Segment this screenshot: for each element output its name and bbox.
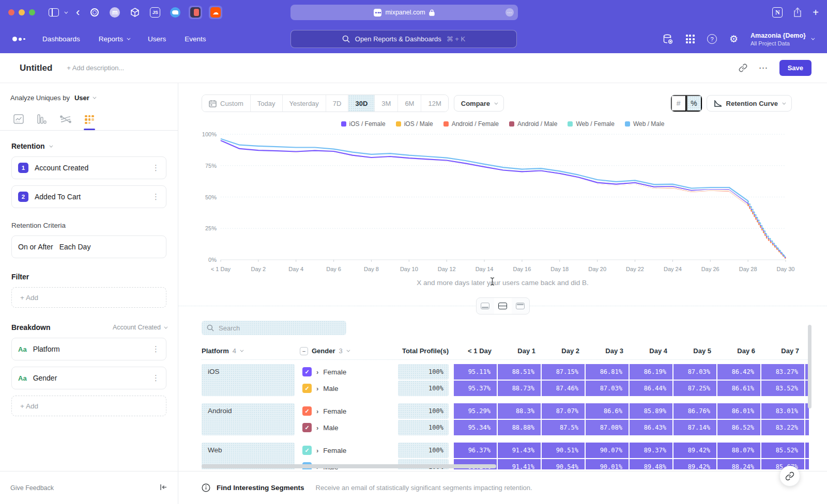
retention-value-cell[interactable]: 90.01% [586, 459, 629, 469]
day-column-header[interactable]: Day 7 [761, 347, 805, 355]
close-window-button[interactable] [8, 9, 14, 15]
legend-item[interactable]: Android / Female [443, 120, 499, 128]
gender-checkbox[interactable]: ✓ [302, 423, 312, 432]
retention-value-cell[interactable]: 86.6% [586, 403, 629, 419]
retention-value-cell[interactable]: 87.07% [542, 403, 585, 419]
save-button[interactable]: Save [779, 60, 811, 76]
target-app-icon[interactable] [88, 6, 101, 19]
tab-retention[interactable] [85, 115, 94, 131]
more-options-icon[interactable]: ⋯ [759, 62, 768, 73]
retention-value-cell[interactable]: 87.03% [586, 381, 629, 396]
retention-step-2[interactable]: 2 Added To Cart ⋮ [11, 185, 166, 208]
kebab-menu-icon[interactable]: ⋮ [152, 373, 160, 383]
retention-value-cell[interactable]: 95.29% [454, 403, 497, 419]
settings-gear-icon[interactable]: ⚙ [729, 34, 738, 44]
gender-checkbox[interactable]: ✓ [302, 367, 312, 376]
retention-value-cell[interactable]: 83.01% [761, 403, 804, 419]
legend-item[interactable]: Web / Female [568, 120, 614, 128]
range-yesterday[interactable]: Yesterday [283, 95, 326, 112]
day-column-header[interactable]: Day 5 [673, 347, 717, 355]
range-today[interactable]: Today [251, 95, 283, 112]
retention-value-cell[interactable]: 87.15% [542, 364, 585, 380]
camera-app-icon[interactable] [189, 6, 202, 19]
collapse-sidebar-icon[interactable] [159, 484, 167, 492]
retention-value-cell[interactable]: 88.51% [498, 364, 541, 380]
retention-step-1[interactable]: 1 Account Created ⋮ [11, 156, 166, 179]
address-bar[interactable]: mixpanel.com ⋯ [290, 5, 518, 20]
range-3m[interactable]: 3M [375, 95, 398, 112]
analyze-value[interactable]: User [74, 94, 89, 102]
data-management-icon[interactable] [662, 34, 673, 45]
breakdown-gender[interactable]: Aa Gender ⋮ [11, 367, 166, 389]
help-icon[interactable]: ? [707, 34, 717, 44]
legend-item[interactable]: Android / Male [509, 120, 557, 128]
retention-value-cell[interactable]: 95.11% [454, 364, 497, 380]
expand-chevron-icon[interactable]: › [316, 407, 318, 415]
share-link-fab[interactable] [779, 466, 800, 486]
retention-value-cell[interactable]: 86.19% [630, 364, 672, 380]
retention-value-cell[interactable]: 86.43% [630, 420, 672, 435]
range-custom[interactable]: Custom [202, 95, 251, 112]
retention-value-cell[interactable]: 88.07% [717, 443, 760, 458]
project-switcher[interactable]: Amazonia {Demo} All Project Data [751, 32, 814, 46]
retention-value-cell[interactable]: 96.37% [454, 443, 497, 458]
breakdown-add-button[interactable]: + Add [11, 396, 166, 416]
retention-value-cell[interactable]: 88.24% [717, 459, 760, 469]
gender-column-header[interactable]: – Gender 3 [300, 347, 393, 355]
retention-value-cell[interactable]: 85.52% [761, 443, 804, 458]
retention-value-cell[interactable]: 90.54% [542, 459, 585, 469]
retention-value-cell[interactable]: 95.34% [454, 420, 497, 435]
report-description-placeholder[interactable]: + Add description... [67, 64, 124, 72]
minimize-window-button[interactable] [19, 9, 25, 15]
kebab-menu-icon[interactable]: ⋮ [152, 344, 160, 354]
report-title[interactable]: Untitled [20, 63, 52, 73]
gender-checkbox[interactable]: ✓ [302, 384, 312, 393]
breakdown-scope-dropdown[interactable]: Account Created [113, 324, 166, 331]
day-column-header[interactable]: < 1 Day [454, 347, 498, 355]
nav-item-dashboards[interactable]: Dashboards [42, 35, 80, 43]
criteria-on-or-after[interactable]: On or After [18, 243, 53, 251]
back-icon[interactable]: ‹ [76, 7, 80, 18]
retention-criteria-card[interactable]: On or After Each Day [11, 235, 166, 258]
share-icon[interactable] [793, 7, 802, 18]
js-app-icon[interactable]: JS [148, 6, 162, 19]
vertical-scrollbar[interactable] [808, 325, 811, 408]
retention-section-header[interactable]: Retention [11, 142, 166, 150]
retention-value-cell[interactable]: 83.27% [761, 364, 804, 380]
page-actions-icon[interactable]: ⋯ [506, 8, 514, 17]
sidebar-toggle-icon[interactable] [49, 8, 59, 17]
range-30d[interactable]: 30D [348, 95, 375, 112]
notion-extension-icon[interactable]: N [772, 7, 783, 18]
bird-app-icon[interactable] [169, 6, 182, 19]
filter-add-button[interactable]: + Add [11, 287, 166, 308]
retention-value-cell[interactable]: 95.37% [454, 381, 497, 396]
kebab-menu-icon[interactable]: ⋮ [152, 163, 160, 172]
apps-grid-icon[interactable] [686, 35, 695, 43]
retention-value-cell[interactable]: 86.61% [717, 381, 760, 396]
range-7d[interactable]: 7D [326, 95, 349, 112]
tabs-chevron-icon[interactable] [64, 10, 68, 13]
retention-value-cell[interactable]: 91.43% [498, 443, 541, 458]
platform-column-header[interactable]: Platform 4 [202, 347, 295, 355]
retention-value-cell[interactable]: 83.52% [761, 381, 804, 396]
nav-item-events[interactable]: Events [185, 35, 206, 43]
gender-cell[interactable]: ✓›Male [300, 381, 393, 396]
retention-value-cell[interactable]: 85.89% [630, 403, 672, 419]
platform-cell[interactable]: Android [202, 403, 295, 435]
retention-value-cell[interactable]: 86.42% [717, 364, 760, 380]
expand-chevron-icon[interactable]: › [316, 447, 318, 454]
retention-value-cell[interactable]: 86.81% [586, 364, 629, 380]
legend-item[interactable]: iOS / Male [396, 120, 433, 128]
retention-value-cell[interactable]: 87.14% [673, 420, 716, 435]
gender-cell[interactable]: ✓›Female [300, 364, 393, 380]
mixpanel-logo[interactable] [12, 37, 31, 41]
avatar-m-app-icon[interactable]: m [108, 6, 121, 19]
retention-value-cell[interactable]: 86.76% [673, 403, 716, 419]
format-percent-button[interactable]: % [686, 95, 702, 112]
nav-item-users[interactable]: Users [148, 35, 166, 43]
layout-chart-only-button[interactable] [477, 298, 494, 314]
criteria-each-day[interactable]: Each Day [59, 243, 160, 251]
table-search-input[interactable]: Search [202, 321, 346, 335]
platform-cell[interactable]: iOS [202, 364, 295, 396]
retention-value-cell[interactable]: 90.51% [542, 443, 585, 458]
